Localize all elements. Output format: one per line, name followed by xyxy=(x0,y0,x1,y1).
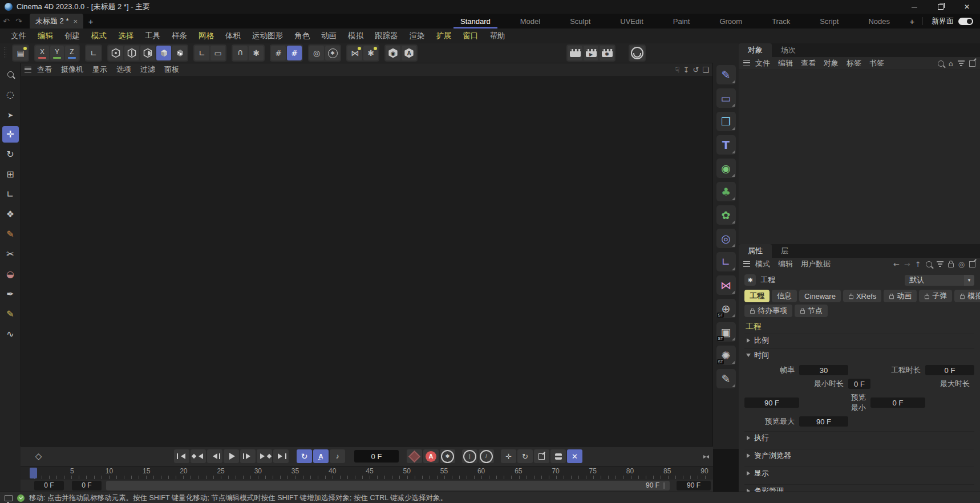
workspace-tab[interactable]: Groom xyxy=(704,14,757,29)
menu-item[interactable]: 模式 xyxy=(86,31,112,41)
hamburger-icon[interactable] xyxy=(743,60,750,66)
go-to-start-button[interactable] xyxy=(174,449,189,463)
toggle-pla-button[interactable]: ✕ xyxy=(567,449,582,463)
panel-tab[interactable]: 层 xyxy=(772,244,797,258)
range-end-field[interactable]: 90 F xyxy=(677,481,711,490)
texture-mode-button[interactable] xyxy=(172,46,187,60)
model-mode-button[interactable] xyxy=(156,46,171,60)
keyframe-marker-button[interactable]: ◇ xyxy=(31,449,46,463)
field-input[interactable]: 90 F xyxy=(744,397,799,408)
next-frame-button[interactable] xyxy=(240,449,256,463)
object-manager-menu-item[interactable]: 书签 xyxy=(865,58,888,68)
menu-item[interactable]: 跟踪器 xyxy=(370,31,403,41)
filter-icon[interactable] xyxy=(937,261,943,267)
attribute-manager-menu-item[interactable]: 编辑 xyxy=(774,259,797,269)
next-key-button[interactable] xyxy=(257,449,272,463)
asset-browser-button[interactable] xyxy=(13,46,28,60)
collapsed-group[interactable]: 显示 xyxy=(744,467,974,480)
new-interface-toggle[interactable] xyxy=(958,18,973,25)
axis-center-button[interactable] xyxy=(716,252,736,271)
viewport-menu-item[interactable]: 查看 xyxy=(33,64,56,75)
keyframe-settings-button[interactable]: ✱ xyxy=(440,449,455,463)
record-scale-button[interactable]: / xyxy=(479,449,494,463)
toggle-rotation-button[interactable]: ↻ xyxy=(517,449,533,463)
falloff-button[interactable] xyxy=(309,46,324,60)
attribute-mode-tab[interactable]: 节点 xyxy=(795,305,828,317)
attribute-mode-tab[interactable]: XRefs xyxy=(843,290,881,302)
tweak-tool[interactable] xyxy=(2,106,19,123)
go-to-end-button[interactable] xyxy=(273,449,289,463)
workspace-tab[interactable]: Sculpt xyxy=(555,14,605,29)
focus-icon[interactable] xyxy=(958,260,965,269)
zoom-tool[interactable] xyxy=(2,66,19,83)
symmetry-button[interactable] xyxy=(347,46,362,60)
brush-tool[interactable] xyxy=(2,286,19,302)
menu-item[interactable]: 窗口 xyxy=(458,31,484,41)
viewport-menu-item[interactable]: 显示 xyxy=(88,64,112,75)
z-axis-lock-button[interactable]: Z xyxy=(65,46,79,60)
collapsed-group[interactable]: 执行 xyxy=(744,431,974,444)
menu-item[interactable]: 文件 xyxy=(6,31,31,41)
cube-primitive-button[interactable] xyxy=(716,112,736,131)
menu-item[interactable]: 体积 xyxy=(220,31,246,41)
toolbar-drag-handle[interactable] xyxy=(3,47,7,59)
render-picture-viewer-button[interactable] xyxy=(584,46,598,60)
field-input[interactable]: 0 F xyxy=(848,379,870,389)
popout-icon[interactable] xyxy=(969,60,975,67)
menu-item[interactable]: 模拟 xyxy=(343,31,368,41)
panel-tab[interactable]: 场次 xyxy=(772,43,805,57)
loop-playback-button[interactable]: ↻ xyxy=(297,449,312,463)
object-manager-menu-item[interactable]: 查看 xyxy=(797,58,820,68)
attribute-mode-tab[interactable]: 信息 xyxy=(772,290,797,302)
text-primitive-button[interactable] xyxy=(716,135,736,155)
back-icon[interactable] xyxy=(893,260,900,269)
record-position-button[interactable]: ❘ xyxy=(462,449,477,463)
preview-range-slider[interactable]: 90 F xyxy=(106,481,670,490)
current-frame-field[interactable]: 0 F xyxy=(354,450,399,463)
pan-hand-icon[interactable] xyxy=(675,66,680,74)
sky-object-button[interactable]: ST xyxy=(716,299,736,318)
menu-item[interactable]: 创建 xyxy=(59,31,85,41)
popout-icon[interactable] xyxy=(969,261,975,267)
workplane-button[interactable] xyxy=(210,46,225,60)
object-tree[interactable] xyxy=(739,70,980,244)
close-tab-icon[interactable]: × xyxy=(74,17,78,26)
sculpt-pen-tool[interactable] xyxy=(2,226,19,242)
tree-generator-button[interactable] xyxy=(716,182,736,201)
home-icon[interactable] xyxy=(949,59,953,68)
annotation-tag-button[interactable] xyxy=(716,369,736,388)
snap-button[interactable] xyxy=(233,46,248,60)
menu-item[interactable]: 帮助 xyxy=(485,31,511,41)
record-keyframe-button[interactable] xyxy=(407,449,422,463)
enable-axis-button[interactable] xyxy=(195,46,209,60)
menu-item[interactable]: 角色 xyxy=(289,31,315,41)
document-tab[interactable]: 未标题 2 * × xyxy=(30,14,83,29)
y-axis-lock-button[interactable]: Y xyxy=(50,46,64,60)
rotate-tool[interactable] xyxy=(2,146,19,163)
field-input[interactable]: 0 F xyxy=(870,397,925,408)
collapsed-group[interactable]: 资产浏览器 xyxy=(744,449,974,462)
grid-lock-button[interactable] xyxy=(287,46,302,60)
object-manager-menu-item[interactable]: 对象 xyxy=(820,58,843,68)
grid-button[interactable] xyxy=(271,46,286,60)
menu-item[interactable]: 渲染 xyxy=(404,31,430,41)
auto-mode-button[interactable]: A xyxy=(402,46,416,60)
menu-item[interactable]: 选择 xyxy=(113,31,139,41)
field-button[interactable] xyxy=(716,205,736,225)
workspace-tab[interactable]: Script xyxy=(805,14,853,29)
spline-smooth-tool[interactable] xyxy=(2,326,19,342)
attribute-mode-tab[interactable]: Cineware xyxy=(799,290,841,302)
torus-generator-button[interactable] xyxy=(716,229,736,248)
search-icon[interactable] xyxy=(926,261,932,267)
attribute-mode-tab[interactable]: 子弹 xyxy=(919,290,952,302)
spline-pen-button[interactable] xyxy=(716,65,736,84)
filter-icon[interactable] xyxy=(958,60,965,66)
magnet-tool[interactable] xyxy=(2,266,19,282)
sound-button[interactable]: ♪ xyxy=(330,449,345,463)
add-workspace-button[interactable]: + xyxy=(905,14,920,29)
workspace-tab[interactable]: Track xyxy=(757,14,805,29)
object-manager-menu-item[interactable]: 文件 xyxy=(751,58,774,68)
light-object-button[interactable]: ST xyxy=(716,346,736,365)
render-view-button[interactable] xyxy=(568,46,582,60)
close-button[interactable]: ✕ xyxy=(954,0,980,14)
